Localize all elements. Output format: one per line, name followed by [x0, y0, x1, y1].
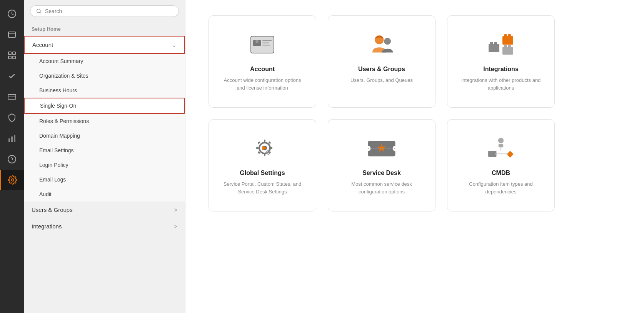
tasks-icon [7, 72, 17, 81]
nav-dashboard[interactable] [0, 4, 24, 24]
nav-tickets[interactable] [0, 25, 24, 45]
sidebar-sub-business-hours[interactable]: Business Hours [24, 83, 185, 98]
svg-rect-6 [8, 95, 16, 99]
nav-security[interactable] [0, 108, 24, 128]
reports-icon [7, 134, 17, 143]
svg-rect-35 [256, 147, 259, 149]
sidebar-sub-audit[interactable]: Audit [24, 187, 185, 201]
integrations-card-title: Integrations [483, 66, 519, 73]
users-groups-card-title: Users & Groups [358, 66, 405, 73]
svg-rect-29 [504, 45, 507, 48]
account-card-icon [247, 31, 278, 58]
svg-rect-1 [8, 32, 15, 37]
sidebar-item-users-groups-label: Users & Groups [32, 206, 73, 213]
sidebar-nav: Setup Home Account ⌄ Account Summary Org… [24, 22, 185, 313]
card-account[interactable]: Account Account wide configuration optio… [209, 15, 316, 108]
sidebar-item-integrations-label: Integrations [32, 223, 62, 230]
nav-assets[interactable] [0, 87, 24, 107]
cmdb-card-icon [486, 135, 516, 162]
sidebar: Setup Home Account ⌄ Account Summary Org… [24, 0, 185, 313]
svg-rect-52 [499, 144, 503, 147]
svg-rect-44 [268, 154, 269, 155]
global-settings-card-desc: Service Portal, Custom States, and Servi… [220, 180, 304, 195]
service-desk-card-desc: Most common service desk configuration o… [340, 180, 424, 195]
sidebar-sub-login-policy[interactable]: Login Policy [24, 158, 185, 172]
card-global-settings[interactable]: Global Settings Service Portal, Custom S… [209, 119, 316, 211]
svg-rect-19 [262, 45, 270, 46]
search-icon [36, 8, 42, 14]
svg-rect-4 [8, 56, 11, 59]
nav-settings[interactable] [0, 170, 24, 190]
card-integrations[interactable]: Integrations Integrations with other pro… [447, 15, 555, 108]
svg-rect-9 [14, 135, 15, 142]
search-input[interactable] [45, 8, 173, 14]
svg-rect-46 [270, 152, 271, 153]
svg-rect-24 [494, 42, 497, 45]
setup-home-label: Setup Home [24, 22, 185, 36]
svg-rect-5 [13, 56, 15, 59]
users-groups-card-desc: Users, Groups, and Queues [350, 77, 413, 84]
search-bar [24, 0, 185, 22]
integrations-card-desc: Integrations with other products and app… [459, 77, 543, 92]
sidebar-item-users-groups[interactable]: Users & Groups > [24, 201, 185, 218]
svg-rect-18 [262, 42, 269, 43]
svg-rect-25 [502, 36, 513, 45]
users-groups-chevron-icon: > [174, 207, 177, 213]
settings-icon [8, 175, 17, 185]
svg-rect-36 [270, 147, 272, 149]
sidebar-item-integrations[interactable]: Integrations > [24, 218, 185, 235]
svg-rect-8 [11, 137, 13, 142]
card-service-desk[interactable]: Service Desk Most common service desk co… [328, 119, 435, 211]
svg-point-16 [255, 40, 259, 43]
svg-rect-34 [264, 153, 265, 156]
svg-point-42 [267, 152, 269, 153]
nav-tasks[interactable] [0, 66, 24, 86]
account-card-desc: Account wide configuration options and l… [220, 77, 304, 92]
service-desk-card-icon [366, 135, 397, 162]
svg-rect-3 [13, 52, 15, 55]
dashboard-icon [7, 9, 17, 18]
integrations-card-icon [486, 31, 516, 58]
svg-rect-37 [257, 141, 260, 144]
sidebar-item-account-label: Account [32, 42, 53, 48]
sidebar-sub-email-settings[interactable]: Email Settings [24, 143, 185, 158]
users-groups-card-icon [366, 31, 397, 58]
sidebar-sub-email-logs[interactable]: Email Logs [24, 172, 185, 187]
card-cmdb[interactable]: CMDB Configuration item types and depend… [447, 119, 555, 211]
cmdb-card-title: CMDB [492, 170, 510, 176]
svg-rect-27 [508, 34, 511, 37]
nav-reports[interactable] [0, 128, 24, 148]
svg-point-12 [37, 9, 40, 13]
global-settings-card-title: Global Settings [240, 170, 285, 176]
sidebar-sub-org-sites[interactable]: Organization & Sites [24, 68, 185, 83]
svg-rect-17 [262, 40, 272, 41]
sidebar-item-account[interactable]: Account ⌄ [24, 36, 185, 54]
main-content: Account Account wide configuration optio… [185, 0, 644, 313]
service-desk-card-title: Service Desk [362, 170, 401, 176]
card-users-groups[interactable]: Users & Groups Users, Groups, and Queues [328, 15, 435, 108]
sidebar-sub-domain-mapping[interactable]: Domain Mapping [24, 128, 185, 143]
security-icon [7, 113, 17, 122]
apps-icon [7, 51, 17, 60]
integrations-chevron-icon: > [174, 223, 177, 230]
sidebar-sub-sso[interactable]: Single Sign-On [24, 98, 185, 114]
cards-grid: Account Account wide configuration optio… [209, 15, 621, 211]
svg-rect-33 [264, 140, 265, 142]
search-input-wrap[interactable] [30, 5, 179, 17]
account-chevron-icon: ⌄ [172, 42, 177, 48]
svg-rect-30 [508, 45, 511, 48]
sidebar-sub-roles[interactable]: Roles & Permissions [24, 114, 185, 128]
svg-rect-23 [490, 42, 493, 45]
account-card-title: Account [250, 66, 275, 73]
svg-point-11 [12, 161, 12, 161]
svg-rect-28 [502, 47, 513, 55]
cmdb-card-desc: Configuration item types and dependencie… [459, 180, 543, 195]
svg-rect-43 [268, 150, 269, 151]
tickets-icon [7, 30, 17, 39]
nav-help[interactable] [0, 149, 24, 169]
assets-icon [7, 92, 17, 102]
svg-rect-2 [8, 52, 11, 55]
help-icon [7, 155, 17, 164]
nav-apps[interactable] [0, 45, 24, 65]
sidebar-sub-account-summary[interactable]: Account Summary [24, 54, 185, 68]
